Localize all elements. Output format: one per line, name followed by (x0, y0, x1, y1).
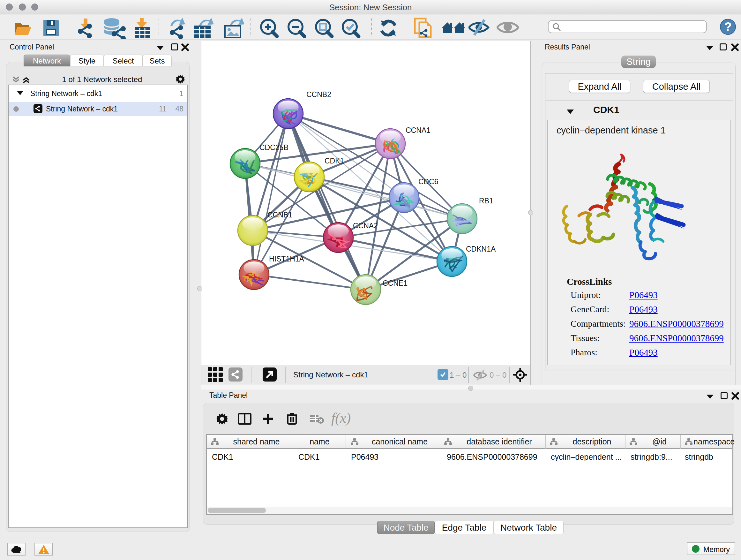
svg-text:CCNE1: CCNE1 (383, 279, 408, 287)
svg-text:CDK1: CDK1 (325, 157, 344, 165)
svg-text:HIST1H1A: HIST1H1A (269, 255, 305, 263)
svg-text:CDC25B: CDC25B (259, 143, 288, 152)
svg-text:CCNA1: CCNA1 (406, 126, 430, 134)
svg-text:CDC6: CDC6 (418, 178, 439, 186)
svg-text:CCNB1: CCNB1 (267, 211, 292, 219)
svg-text:CCNA2: CCNA2 (353, 222, 378, 230)
svg-text:CDKN1A: CDKN1A (466, 245, 496, 253)
svg-text:RB1: RB1 (479, 197, 493, 205)
svg-text:CCNB2: CCNB2 (307, 90, 331, 99)
